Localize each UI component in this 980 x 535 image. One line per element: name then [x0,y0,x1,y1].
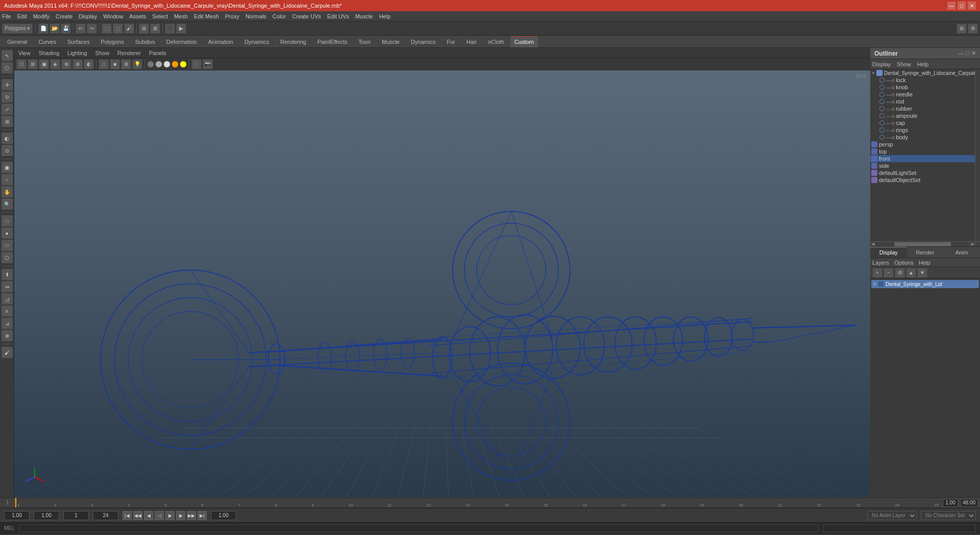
polygon-mode-selector[interactable]: Polygons ▾ [2,23,33,34]
btn-goto-end[interactable]: ▶| [198,511,207,520]
menu-edit[interactable]: Edit [17,13,27,19]
tool-redo[interactable]: ↪ [87,23,97,34]
viewport-canvas[interactable]: x z y front [14,70,870,497]
character-set-select[interactable]: No Character Set [921,511,976,520]
tab-deformation[interactable]: Deformation [161,36,202,47]
tool-undo[interactable]: ↩ [76,23,86,34]
vp-shading-texture[interactable]: ⊞ [121,59,131,69]
tool-polygon-cylinder[interactable]: ⬭ [2,240,13,251]
vp-grid[interactable]: ⋮ [191,59,202,69]
tool-render[interactable]: ▶ [176,23,186,34]
outliner-max-icon[interactable]: □ [966,50,969,57]
vp-tool-4[interactable]: ◈ [50,59,60,69]
outliner-vscrollbar[interactable] [975,69,980,241]
menu-window[interactable]: Window [103,13,123,19]
playback-start-field[interactable]: 1.00 [211,511,236,520]
menu-file[interactable]: File [2,13,11,19]
layer-new[interactable]: + [872,268,883,278]
btn-prev-frame[interactable]: ◀ [144,511,153,520]
tab-dynamics[interactable]: Dynamics [239,36,274,47]
menu-muscle[interactable]: Muscle [355,13,373,19]
tool-save[interactable]: 💾 [61,23,71,34]
outliner-x-icon[interactable]: ✕ [971,50,976,57]
tree-item-knob[interactable]: —o knob [878,84,975,91]
tab-polygons[interactable]: Polygons [95,36,129,47]
vp-shading-lights[interactable]: 💡 [132,59,142,69]
tool-paint-effects[interactable]: 🖌 [2,347,13,358]
playhead[interactable] [15,498,16,507]
vp-tool-2[interactable]: ⊞ [28,59,38,69]
tool-scale[interactable]: ⤢ [2,104,13,115]
layer-item-dental[interactable]: V Dental_Syringe_with_Lid [871,280,979,288]
tool-layout[interactable]: ⊞ [957,23,967,34]
dra-menu-help[interactable]: Help [919,260,930,266]
viewport-menu-panels[interactable]: Panels [149,50,166,56]
tree-item-top[interactable]: top [870,148,975,155]
menu-modify[interactable]: Modify [33,13,50,19]
btn-prev-key[interactable]: ◀◀ [133,511,142,520]
maximize-button[interactable]: □ [958,2,966,10]
tab-hair[interactable]: Hair [461,36,482,47]
tree-item-defaultlightset[interactable]: defaultLightSet [870,169,975,176]
tab-dynamics2[interactable]: Dynamics [406,36,440,47]
tab-surfaces[interactable]: Surfaces [62,36,94,47]
frame-step-field[interactable]: 1.00 [34,511,59,520]
outliner-close-icon[interactable]: — [958,50,964,57]
tool-region[interactable]: ▣ [2,162,13,173]
vp-shading-solid[interactable]: ■ [110,59,120,69]
tree-item-lock[interactable]: —o lock [878,77,975,84]
tool-show-manip[interactable]: ⊙ [2,145,13,156]
tree-item-rod[interactable]: —o rod [878,98,975,105]
tree-item-side[interactable]: side [870,162,975,169]
menu-mesh[interactable]: Mesh [174,13,188,19]
menu-normals[interactable]: Normals [246,13,266,19]
tab-toon[interactable]: Toon [353,36,376,47]
btn-goto-start[interactable]: |◀ [122,511,132,520]
tab-curves[interactable]: Curves [33,36,61,47]
tool-polygon-cube[interactable]: □ [2,215,13,226]
vp-tool-7[interactable]: ◐ [84,59,94,69]
tool-move[interactable]: ✛ [2,79,13,90]
outliner-menu-display[interactable]: Display [872,61,891,67]
tool-select-arrow[interactable]: ↖ [2,50,13,61]
tool-bridge[interactable]: ⇔ [2,281,13,292]
vp-shading-wire[interactable]: □ [99,59,109,69]
outliner-scroll-right[interactable]: ▶ [970,241,975,246]
btn-next-frame[interactable]: ▶ [176,511,185,520]
tab-custom[interactable]: Custom [510,36,538,47]
vp-color2[interactable] [155,61,162,68]
tree-item-needle[interactable]: —o needle [878,91,975,98]
viewport-menu-lighting[interactable]: Lighting [67,50,87,56]
menu-proxy[interactable]: Proxy [225,13,239,19]
tree-item-front[interactable]: front [870,155,975,162]
tool-merge[interactable]: ⊕ [2,330,13,341]
viewport-menu-view[interactable]: View [18,50,31,56]
tree-item-cap[interactable]: —o cap [878,119,975,126]
tree-item-ampoule[interactable]: —o ampoule [878,112,975,119]
tool-insert-loop[interactable]: ≡ [2,305,13,317]
menu-edit-mesh[interactable]: Edit Mesh [194,13,219,19]
range-start-field[interactable]: 1.00 [943,499,958,507]
tool-polygon-sphere[interactable]: ● [2,227,13,239]
btn-play-fwd[interactable]: ▶ [165,511,175,520]
vp-color3[interactable] [163,61,170,68]
tool-paint-select[interactable]: ⬡ [2,62,13,73]
tool-camera-zoom[interactable]: 🔍 [2,198,13,210]
menu-select[interactable]: Select [152,13,168,19]
tab-fur[interactable]: Fur [442,36,460,47]
menu-create-uvs[interactable]: Create UVs [292,13,321,19]
vp-color5[interactable] [180,61,187,68]
tool-camera-pan[interactable]: ✋ [2,186,13,197]
vp-color4[interactable] [172,61,179,68]
tree-item-rubber[interactable]: —o rubber [878,105,975,112]
tool-soft-select[interactable]: ◐ [2,133,13,144]
vp-tool-3[interactable]: ▣ [39,59,49,69]
tab-subdivs[interactable]: Subdivs [130,36,160,47]
tab-animation[interactable]: Animation [203,36,238,47]
tab-anim[interactable]: Anim [943,247,980,258]
tree-item-body[interactable]: —o body [878,134,975,141]
btn-play-back[interactable]: ◁ [155,511,164,520]
anim-layer-select[interactable]: No Anim Layer [867,511,917,520]
outliner-menu-show[interactable]: Show [897,61,911,67]
tree-item-root[interactable]: ▼ Dental_Syringe_with_Lidocaine_Carpule [870,69,975,77]
